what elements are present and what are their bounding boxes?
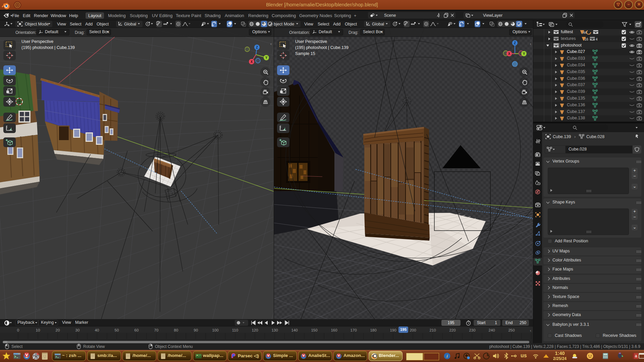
svg-text:a: a	[635, 354, 637, 358]
svg-text:i: i	[446, 354, 448, 359]
svg-text:Y: Y	[523, 52, 525, 56]
svg-text:Y: Y	[265, 56, 268, 60]
svg-text:Z: Z	[256, 46, 258, 49]
svg-text:X: X	[251, 60, 253, 64]
svg-text:Z: Z	[514, 41, 516, 45]
svg-text:X: X	[508, 52, 511, 56]
